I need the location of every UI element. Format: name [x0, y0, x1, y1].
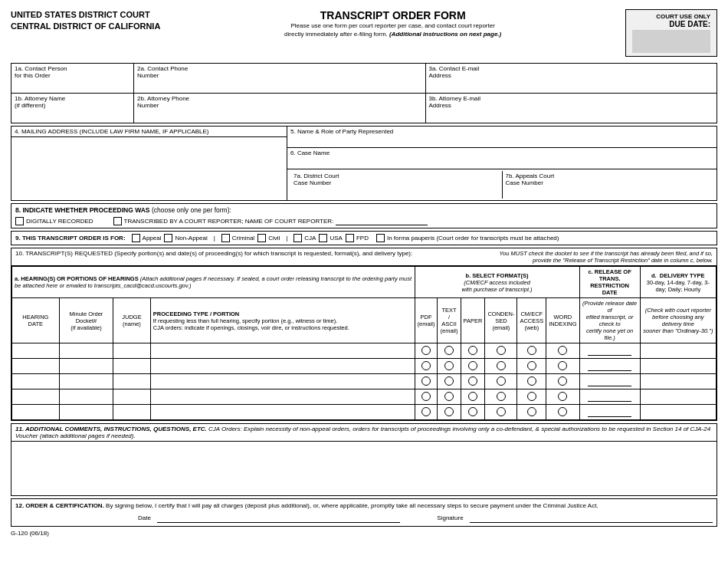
- proceeding-4[interactable]: [150, 389, 415, 405]
- mailing-input[interactable]: [11, 137, 287, 179]
- proceeding-5[interactable]: [150, 405, 415, 420]
- appeal-checkbox[interactable]: [132, 234, 140, 242]
- fpd-checkbox[interactable]: [346, 234, 354, 242]
- word-1[interactable]: [546, 343, 579, 359]
- cmecf-1[interactable]: [517, 343, 546, 359]
- word-4[interactable]: [546, 389, 579, 405]
- text-5[interactable]: [438, 405, 461, 420]
- paper-circle-4[interactable]: [468, 392, 477, 401]
- judge-4[interactable]: [113, 389, 151, 405]
- pdf-1[interactable]: [415, 343, 438, 359]
- release-3[interactable]: [579, 374, 640, 389]
- transcribed-option[interactable]: TRANSCRIBED BY A COURT REPORTER; NAME OF…: [113, 216, 428, 225]
- paper-circle-3[interactable]: [468, 376, 477, 386]
- pdf-5[interactable]: [415, 405, 438, 420]
- word-5[interactable]: [546, 405, 579, 420]
- judge-3[interactable]: [113, 374, 151, 389]
- paper-1[interactable]: [461, 343, 485, 359]
- word-circle-4[interactable]: [558, 392, 567, 401]
- delivery-2[interactable]: [640, 359, 716, 374]
- appeal-option[interactable]: Appeal: [132, 234, 162, 242]
- district-case-input[interactable]: [293, 186, 499, 197]
- proceeding-3[interactable]: [150, 374, 415, 389]
- hearing-date-5[interactable]: [12, 405, 60, 420]
- cmecf-circle-4[interactable]: [527, 392, 536, 401]
- hearing-date-2[interactable]: [12, 359, 60, 374]
- non-appeal-option[interactable]: Non-Appeal: [164, 234, 207, 242]
- minute-1[interactable]: [59, 343, 113, 359]
- release-1[interactable]: [579, 343, 640, 359]
- cmecf-circle-3[interactable]: [527, 376, 536, 386]
- paper-circle-2[interactable]: [468, 361, 477, 370]
- cmecf-circle-5[interactable]: [527, 407, 536, 416]
- word-circle-2[interactable]: [558, 361, 567, 370]
- fpd-option[interactable]: FPD: [346, 234, 369, 242]
- case-name-input[interactable]: [290, 156, 713, 167]
- text-4[interactable]: [438, 389, 461, 405]
- word-2[interactable]: [546, 359, 579, 374]
- minute-3[interactable]: [59, 374, 113, 389]
- date-input[interactable]: [157, 512, 400, 523]
- text-circle-5[interactable]: [444, 407, 454, 416]
- minute-2[interactable]: [59, 359, 113, 374]
- forma-pauperis-option[interactable]: In forma pauperis (Court order for trans…: [376, 234, 559, 242]
- judge-1[interactable]: [113, 343, 151, 359]
- word-3[interactable]: [546, 374, 579, 389]
- paper-circle-1[interactable]: [468, 346, 477, 355]
- text-3[interactable]: [438, 374, 461, 389]
- hearing-date-3[interactable]: [12, 374, 60, 389]
- pdf-3[interactable]: [415, 374, 438, 389]
- pdf-2[interactable]: [415, 359, 438, 374]
- criminal-option[interactable]: Criminal: [221, 234, 254, 242]
- pdf-circle-5[interactable]: [421, 407, 431, 416]
- release-4[interactable]: [579, 389, 640, 405]
- conden-circle-2[interactable]: [497, 361, 506, 370]
- cmecf-5[interactable]: [517, 405, 546, 420]
- text-circle-3[interactable]: [444, 376, 454, 386]
- proceeding-2[interactable]: [150, 359, 415, 374]
- paper-3[interactable]: [461, 374, 485, 389]
- paper-4[interactable]: [461, 389, 485, 405]
- cmecf-circle-2[interactable]: [527, 361, 536, 370]
- pdf-circle-2[interactable]: [421, 361, 431, 370]
- minute-5[interactable]: [59, 405, 113, 420]
- word-circle-5[interactable]: [558, 407, 567, 416]
- text-circle-2[interactable]: [444, 361, 454, 370]
- usa-checkbox[interactable]: [319, 234, 327, 242]
- forma-pauperis-checkbox[interactable]: [376, 234, 385, 242]
- delivery-1[interactable]: [640, 343, 716, 359]
- pdf-circle-3[interactable]: [421, 376, 431, 386]
- hearing-date-4[interactable]: [12, 389, 60, 405]
- contact-phone-input[interactable]: [137, 79, 422, 91]
- judge-5[interactable]: [113, 405, 151, 420]
- judge-2[interactable]: [113, 359, 151, 374]
- contact-email-input[interactable]: [429, 79, 714, 91]
- contact-person-input[interactable]: [15, 79, 130, 91]
- release-5[interactable]: [579, 405, 640, 420]
- non-appeal-checkbox[interactable]: [164, 234, 172, 242]
- text-circle-1[interactable]: [444, 346, 454, 355]
- attorney-email-input[interactable]: [429, 109, 714, 121]
- attorney-name-input[interactable]: [15, 109, 130, 121]
- text-1[interactable]: [438, 343, 461, 359]
- conden-2[interactable]: [485, 359, 517, 374]
- digitally-recorded-option[interactable]: DIGITALLY RECORDED: [15, 217, 93, 225]
- pdf-circle-1[interactable]: [421, 346, 431, 355]
- conden-circle-4[interactable]: [497, 392, 506, 401]
- appeals-case-input[interactable]: [506, 186, 711, 197]
- criminal-checkbox[interactable]: [221, 234, 230, 242]
- pdf-circle-4[interactable]: [421, 392, 431, 401]
- paper-5[interactable]: [461, 405, 485, 420]
- minute-4[interactable]: [59, 389, 113, 405]
- signature-input[interactable]: [470, 512, 713, 523]
- name-role-input[interactable]: [290, 135, 713, 146]
- delivery-5[interactable]: [640, 405, 716, 420]
- paper-2[interactable]: [461, 359, 485, 374]
- conden-5[interactable]: [485, 405, 517, 420]
- civil-checkbox[interactable]: [257, 234, 266, 242]
- usa-option[interactable]: USA: [319, 234, 342, 242]
- conden-circle-3[interactable]: [497, 376, 506, 386]
- digitally-recorded-checkbox[interactable]: [15, 217, 24, 225]
- civil-option[interactable]: Civil: [257, 234, 280, 242]
- proceeding-1[interactable]: [150, 343, 415, 359]
